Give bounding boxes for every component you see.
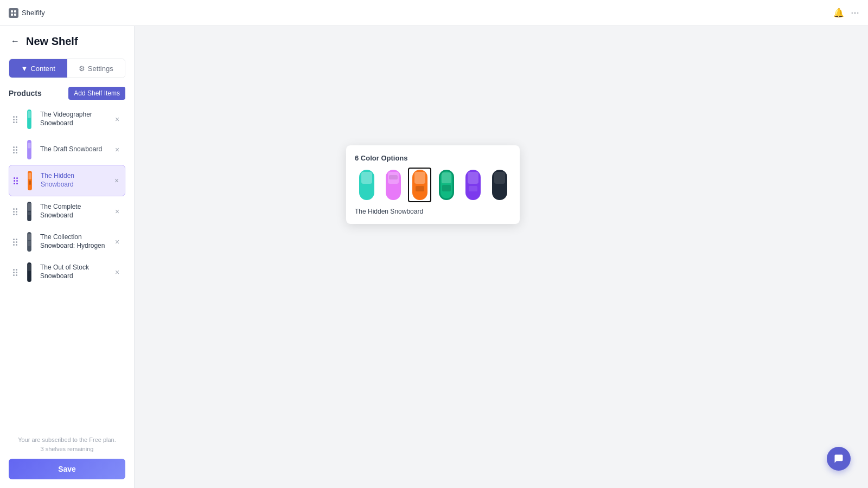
remove-product-button[interactable]: × [112,237,122,247]
product-name: The Collection Snowboard: Hydrogen [40,233,109,250]
product-thumbnail [22,170,37,191]
svg-rect-32 [468,172,478,184]
product-thumbnail [22,231,37,253]
product-item[interactable]: The Hidden Snowboard × [9,165,125,196]
remove-product-button[interactable]: × [112,267,122,277]
svg-rect-16 [28,241,30,246]
tab-content[interactable]: ▼ Content [9,59,67,78]
svg-rect-2 [11,14,13,16]
svg-rect-1 [14,10,16,12]
svg-rect-18 [28,264,31,271]
svg-rect-15 [28,234,31,240]
svg-rect-26 [416,186,424,191]
product-thumbnail [22,139,37,160]
svg-rect-0 [11,10,13,12]
products-label: Products [9,89,42,98]
product-thumbnail [22,108,37,130]
svg-rect-10 [29,181,31,185]
product-thumbnail [22,261,37,283]
color-swatches [355,168,511,202]
main-area: ← New Shelf ▼ Content ⚙ Settings Product… [0,26,868,488]
product-name: The Complete Snowboard [40,203,109,220]
back-button[interactable]: ← [9,35,22,48]
svg-rect-25 [414,172,425,184]
svg-rect-5 [28,111,30,118]
drag-handle[interactable] [12,237,18,247]
product-list: The Videographer Snowboard × The Draft S… [9,104,125,429]
color-swatch[interactable] [461,168,484,202]
add-shelf-items-button[interactable]: Add Shelf Items [68,87,125,100]
color-swatch[interactable] [355,168,378,202]
product-name: The Hidden Snowboard [41,172,108,189]
color-swatch[interactable] [435,168,458,202]
preview-area: 6 Color Options [135,26,868,488]
product-name: The Draft Snowboard [40,145,109,154]
product-item[interactable]: The Videographer Snowboard × [9,104,125,134]
page-title: New Shelf [26,35,78,48]
settings-tab-icon: ⚙ [79,65,85,73]
svg-rect-13 [28,212,30,215]
product-thumbnail [22,201,37,222]
product-item[interactable]: The Draft Snowboard × [9,134,125,165]
svg-rect-7 [28,143,30,148]
product-name: The Videographer Snowboard [40,111,109,127]
drag-handle[interactable] [12,176,19,185]
app-logo: Shelfify [9,8,45,18]
svg-rect-3 [14,14,16,16]
tabs-container: ▼ Content ⚙ Settings [9,59,125,78]
color-options-title: 6 Color Options [355,154,511,162]
content-tab-label: Content [30,65,55,73]
svg-rect-20 [361,172,372,184]
sidebar-footer: Your are subscribed to the Free plan. 3 … [9,429,125,479]
svg-rect-12 [28,203,31,211]
remove-product-button[interactable]: × [112,176,122,185]
drag-handle[interactable] [12,207,18,216]
remove-product-button[interactable]: × [112,207,122,216]
more-icon[interactable]: ⋯ [851,8,859,18]
remove-product-button[interactable]: × [112,114,122,124]
color-swatch[interactable] [381,168,405,202]
svg-rect-35 [494,172,505,184]
color-swatch-selected[interactable] [408,168,431,202]
topbar-actions: 🔔 ⋯ [833,8,859,18]
sidebar: ← New Shelf ▼ Content ⚙ Settings Product… [0,26,135,488]
svg-rect-9 [28,173,31,179]
drag-handle[interactable] [12,268,18,277]
popup-product-name: The Hidden Snowboard [355,208,511,215]
color-swatch[interactable] [488,168,511,202]
product-name: The Out of Stock Snowboard [40,264,109,280]
settings-tab-label: Settings [88,65,113,73]
tab-settings[interactable]: ⚙ Settings [67,59,125,78]
chat-button[interactable] [827,447,851,471]
app-name: Shelfify [22,9,45,17]
content-tab-icon: ▼ [21,65,28,73]
logo-icon [9,8,18,18]
svg-rect-23 [389,175,398,179]
color-options-popup: 6 Color Options [346,145,520,224]
sidebar-header: ← New Shelf [9,35,125,48]
topbar: Shelfify 🔔 ⋯ [0,0,868,26]
products-header: Products Add Shelf Items [9,87,125,100]
drag-handle[interactable] [12,145,18,155]
bell-icon[interactable]: 🔔 [833,8,844,18]
remove-product-button[interactable]: × [112,145,122,155]
svg-rect-30 [442,185,451,191]
save-button[interactable]: Save [9,459,125,479]
plan-text: Your are subscribed to the Free plan. 3 … [9,435,125,453]
product-item[interactable]: The Out of Stock Snowboard × [9,257,125,287]
product-item[interactable]: The Collection Snowboard: Hydrogen × [9,227,125,257]
svg-rect-33 [469,186,477,191]
svg-rect-29 [442,172,451,183]
drag-handle[interactable] [12,115,18,124]
product-item[interactable]: The Complete Snowboard × [9,196,125,227]
